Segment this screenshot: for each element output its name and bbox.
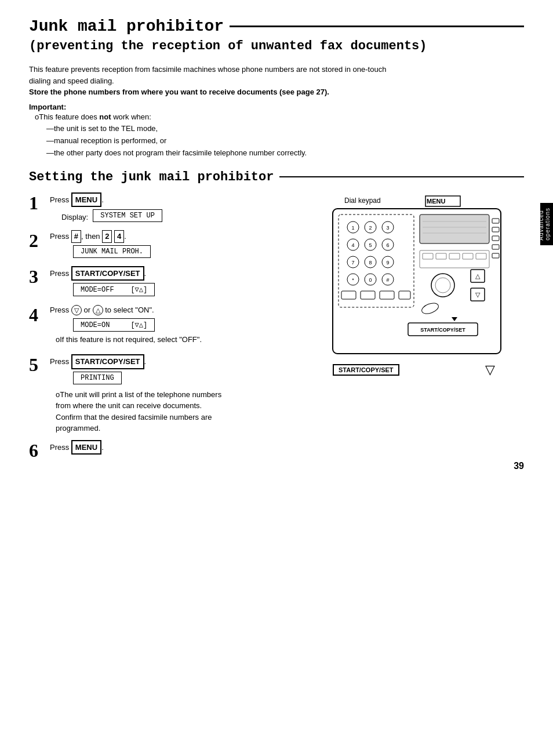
start-copy-set-key-5: START/COPY/SET	[71, 354, 144, 369]
start-copy-set-key-3: START/COPY/SET	[71, 266, 144, 281]
steps-column: 1 Press MENU. Display: SYSTEM SET UP 2 P	[29, 192, 315, 466]
dial-keypad-label: Dial keypad	[344, 197, 381, 205]
step-5-display: PRINTING	[73, 372, 122, 384]
up-arrow-key: △	[93, 305, 103, 315]
svg-text:6: 6	[386, 242, 389, 248]
svg-text:5: 5	[369, 242, 372, 248]
key-2: 2	[102, 230, 112, 243]
svg-rect-38	[492, 245, 499, 249]
svg-rect-44	[463, 253, 473, 259]
down-arrow-symbol: ▽	[485, 362, 495, 377]
intro-line2: dialing and speed dialing.	[29, 77, 114, 85]
step-6-instruction: Press MENU.	[50, 440, 315, 455]
svg-rect-28	[361, 291, 375, 299]
svg-text:△: △	[475, 272, 481, 279]
menu-label: MENU	[427, 198, 445, 205]
diagram-column: Dial keypad MENU 1 2 3 4 5	[327, 192, 524, 466]
important-body: oThis feature does not work when: —the u…	[29, 111, 524, 159]
step-5-row: 5 Press START/COPY/SET. PRINTING oThe un…	[29, 354, 315, 434]
step-3-display: MODE=OFF [▽△]	[73, 283, 155, 296]
svg-rect-35	[492, 219, 499, 223]
step-1-instruction: Press MENU.	[50, 192, 315, 208]
section-heading-line	[279, 176, 524, 177]
svg-rect-31	[420, 215, 489, 243]
svg-text:1: 1	[351, 225, 354, 231]
step-2-content: Press #, then 2 4. JUNK MAIL PROH.	[50, 230, 315, 260]
svg-rect-41	[423, 253, 433, 259]
step-2-display: JUNK MAIL PROH.	[73, 245, 151, 258]
device-diagram: Dial keypad MENU 1 2 3 4 5	[327, 192, 512, 378]
page-title-main: Junk mail prohibitor	[29, 17, 524, 35]
hash-key: #	[71, 230, 81, 243]
svg-rect-37	[492, 236, 499, 241]
dash-item-3: —the other party does not program their …	[35, 148, 307, 157]
step-6-content: Press MENU.	[50, 440, 315, 457]
title-main-text: Junk mail prohibitor	[29, 17, 224, 35]
intro-bold: Store the phone numbers from where you w…	[29, 88, 329, 96]
svg-text:3: 3	[386, 225, 389, 231]
side-tab-text: Advancedoperations	[538, 208, 551, 241]
step-5-instruction: Press START/COPY/SET.	[50, 354, 315, 369]
menu-key-6: MENU	[71, 440, 101, 455]
step-3-instruction: Press START/COPY/SET.	[50, 266, 315, 281]
important-note: oThis feature does not work when:	[35, 112, 151, 121]
svg-rect-43	[449, 253, 460, 259]
svg-text:#: #	[386, 277, 389, 283]
down-arrow-key: ▽	[71, 305, 82, 315]
svg-rect-29	[380, 291, 394, 299]
section-heading: Setting the junk mail prohibitor	[29, 170, 524, 184]
step-4-content: Press ▽ or △ to select "ON". MODE=ON [▽△…	[50, 304, 315, 348]
svg-rect-27	[341, 291, 356, 299]
svg-text:0: 0	[369, 277, 372, 283]
step-2-number: 2	[29, 230, 50, 250]
menu-key-1: MENU	[71, 192, 101, 208]
important-section: Important: oThis feature does not work w…	[29, 103, 524, 159]
intro-paragraph: This feature prevents reception from fac…	[29, 64, 524, 98]
svg-rect-36	[492, 227, 499, 232]
step-5-number: 5	[29, 354, 50, 374]
svg-rect-45	[476, 253, 486, 259]
svg-text:9: 9	[386, 260, 389, 266]
step-1-display: SYSTEM SET UP	[93, 209, 162, 222]
step-3-row: 3 Press START/COPY/SET. MODE=OFF [▽△]	[29, 266, 315, 299]
step-4-note: oIf this feature is not required, select…	[56, 334, 315, 346]
title-sub-text: (preventing the reception of unwanted fa…	[29, 39, 427, 53]
step-1-row: 1 Press MENU. Display: SYSTEM SET UP	[29, 192, 315, 225]
step-1-number: 1	[29, 192, 50, 212]
title-line-decoration	[230, 26, 524, 27]
svg-rect-39	[492, 253, 499, 258]
intro-line1: This feature prevents reception from fac…	[29, 65, 386, 74]
dash-item-1: —the unit is set to the TEL mode,	[35, 124, 158, 133]
step-6-row: 6 Press MENU.	[29, 440, 315, 460]
svg-point-46	[431, 274, 454, 297]
step-3-number: 3	[29, 266, 50, 286]
step-1-display-label: Display:	[61, 213, 88, 221]
step-2-instruction: Press #, then 2 4.	[50, 230, 315, 243]
svg-text:*: *	[352, 277, 354, 283]
step-5-content: Press START/COPY/SET. PRINTING oThe unit…	[50, 354, 315, 434]
svg-text:START/COPY/SET: START/COPY/SET	[420, 327, 465, 333]
svg-text:▽: ▽	[475, 291, 481, 298]
step-6-number: 6	[29, 440, 50, 460]
step-4-row: 4 Press ▽ or △ to select "ON". MODE=ON […	[29, 304, 315, 348]
svg-text:7: 7	[351, 260, 354, 266]
step-3-content: Press START/COPY/SET. MODE=OFF [▽△]	[50, 266, 315, 299]
step-4-instruction: Press ▽ or △ to select "ON".	[50, 304, 315, 316]
svg-text:4: 4	[351, 242, 354, 248]
dash-item-2: —manual reception is performed, or	[35, 136, 166, 145]
step-4-number: 4	[29, 304, 50, 324]
steps-diagram-container: 1 Press MENU. Display: SYSTEM SET UP 2 P	[29, 192, 524, 466]
svg-rect-30	[399, 291, 410, 299]
start-copy-set-label: START/COPY/SET	[333, 364, 399, 376]
page-number: 39	[514, 461, 524, 471]
key-4: 4	[114, 230, 124, 243]
svg-text:8: 8	[369, 260, 372, 266]
step-5-note: oThe unit will print a list of the telep…	[56, 389, 315, 434]
step-4-display: MODE=ON [▽△]	[73, 318, 155, 332]
svg-rect-42	[436, 253, 446, 259]
svg-text:2: 2	[369, 225, 372, 231]
section-heading-text: Setting the junk mail prohibitor	[29, 170, 274, 184]
step-2-row: 2 Press #, then 2 4. JUNK MAIL PROH.	[29, 230, 315, 260]
side-tab: Advancedoperations	[540, 203, 553, 245]
important-label: Important:	[29, 103, 524, 111]
